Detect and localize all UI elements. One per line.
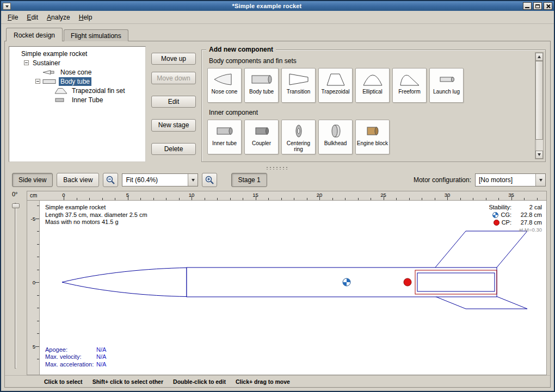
zoom-in-button[interactable] <box>202 173 217 187</box>
fin-lower-shape[interactable] <box>435 296 527 309</box>
tree-item-nose-cone[interactable]: Nose cone <box>10 67 144 77</box>
window-menu-icon[interactable] <box>3 3 11 10</box>
maximize-button[interactable] <box>533 2 542 10</box>
flight-results: Apogee:N/AMax. velocity:N/AMax. accelera… <box>45 346 106 369</box>
flight-result-row: Max. velocity:N/A <box>45 353 106 361</box>
status-hint: Double-click to edit <box>173 378 226 385</box>
bulkhead-icon <box>324 123 348 139</box>
tree-item-inner-tube[interactable]: Inner Tube <box>10 95 144 104</box>
add-nose-cone-button[interactable]: Nose cone <box>207 68 242 103</box>
minimize-button[interactable] <box>523 2 532 10</box>
ruler-tick <box>37 333 39 334</box>
ruler-tick <box>35 346 39 347</box>
ruler-tick <box>307 198 307 200</box>
add-engine-block-button[interactable]: Engine block <box>355 120 390 154</box>
tree-item-label: Body tube <box>59 77 91 86</box>
cg-label: CG: <box>501 211 511 219</box>
nosecone-icon <box>213 71 237 88</box>
coupler-icon <box>250 123 274 139</box>
fin-upper-shape[interactable] <box>435 231 527 268</box>
component-label: Inner tube <box>212 140 237 146</box>
component-scrollbar[interactable] <box>535 52 544 159</box>
chevron-down-icon[interactable] <box>535 174 545 186</box>
scrollbar-thumb[interactable] <box>535 61 543 140</box>
motor-config-select[interactable]: [No motors] <box>475 173 546 186</box>
tree-item-trapezoidal-fin-set[interactable]: Trapezoidal fin set <box>10 86 144 95</box>
cp-label: CP: <box>502 219 511 226</box>
ruler-tick <box>35 219 39 219</box>
split-pane-handle[interactable] <box>5 164 550 171</box>
add-trapezoidal-button[interactable]: Trapezoidal <box>318 68 353 103</box>
component-label: Bulkhead <box>324 140 347 146</box>
close-button[interactable] <box>544 2 552 10</box>
ruler-tick <box>332 198 333 200</box>
title-bar[interactable]: *Simple example rocket <box>1 1 554 11</box>
tree-collapse-icon[interactable] <box>24 60 29 65</box>
edit-button[interactable]: Edit <box>151 96 196 108</box>
tab-rocket-design[interactable]: Rocket design <box>6 28 63 41</box>
move-up-button[interactable]: Move up <box>151 53 196 65</box>
launchlug-icon <box>435 71 459 88</box>
scroll-up-icon[interactable] <box>535 53 543 61</box>
ruler-label: 0 <box>62 192 65 198</box>
body-tube-shape[interactable] <box>187 267 497 297</box>
cg-marker[interactable] <box>343 278 350 286</box>
add-freeform-button[interactable]: Freeform <box>392 68 427 103</box>
component-label: Engine block <box>357 140 388 146</box>
add-centering-ring-button[interactable]: Centering ring <box>281 120 316 154</box>
zoom-out-button[interactable] <box>103 173 118 187</box>
add-elliptical-button[interactable]: Elliptical <box>355 68 390 103</box>
menu-edit[interactable]: Edit <box>22 12 42 23</box>
tree-item-body-tube[interactable]: Body tube <box>10 77 144 86</box>
rotation-angle: 0° <box>5 191 27 200</box>
ruler-tick <box>524 198 525 200</box>
new-stage-button[interactable]: New stage <box>151 119 196 131</box>
engineblock-icon <box>361 123 385 139</box>
nose-cone-shape[interactable] <box>62 268 187 297</box>
ruler-tick <box>396 198 397 200</box>
splitter-grip-icon <box>266 166 289 170</box>
cp-marker[interactable] <box>404 278 411 286</box>
scrollbar-track[interactable] <box>535 61 543 151</box>
scroll-down-icon[interactable] <box>535 151 543 159</box>
rocket-canvas[interactable]: Simple example rocket Length 37.5 cm, ma… <box>40 201 546 375</box>
rotation-slider-handle[interactable] <box>12 203 20 208</box>
flight-result-row: Apogee:N/A <box>45 346 106 354</box>
ruler-tick <box>37 270 39 270</box>
ruler-tick <box>77 198 77 200</box>
add-body-tube-button[interactable]: Body tube <box>244 68 279 103</box>
back-view-button[interactable]: Back view <box>57 173 99 187</box>
ruler-tick <box>230 198 231 200</box>
add-coupler-button[interactable]: Coupler <box>244 120 279 154</box>
side-view-button[interactable]: Side view <box>12 173 53 187</box>
add-inner-tube-button[interactable]: Inner tube <box>207 120 242 154</box>
mach-note: at M=0.30 <box>489 227 542 233</box>
tree-item-simple-example-rocket[interactable]: Simple example rocket <box>10 49 144 58</box>
component-label: Centering ring <box>282 140 315 152</box>
zoom-select[interactable]: Fit (60.4%) <box>122 173 198 186</box>
ruler-label: 5 <box>33 343 35 349</box>
add-bulkhead-button[interactable]: Bulkhead <box>318 120 353 154</box>
tree-item-sustainer[interactable]: Sustainer <box>10 58 144 67</box>
add-transition-button[interactable]: Transition <box>281 68 316 103</box>
delete-button[interactable]: Delete <box>151 143 196 155</box>
rotation-slider[interactable] <box>5 203 27 369</box>
menu-file[interactable]: File <box>3 12 22 23</box>
add-launch-lug-button[interactable]: Launch lug <box>429 68 464 103</box>
horizontal-ruler: cm 05101520253035 <box>27 191 546 201</box>
menu-analyze[interactable]: Analyze <box>42 12 75 23</box>
rotation-slider-track[interactable] <box>15 203 16 369</box>
ruler-tick <box>345 198 346 200</box>
tab-flight-simulations[interactable]: Flight simulations <box>64 29 128 41</box>
menu-help[interactable]: Help <box>75 12 97 23</box>
status-bar: Click to selectShift+ click to select ot… <box>5 375 550 387</box>
chevron-down-icon[interactable] <box>188 174 198 186</box>
zoom-value: Fit (60.4%) <box>122 174 188 186</box>
ruler-label: 0 <box>33 279 35 285</box>
stage-1-button[interactable]: Stage 1 <box>231 173 267 187</box>
tree-collapse-icon[interactable] <box>35 79 40 84</box>
window-content: Rocket designFlight simulations Simple e… <box>1 24 554 391</box>
transition-icon <box>287 71 311 88</box>
section-label-body-components-and-fin-sets: Body components and fin sets <box>209 57 532 65</box>
ruler-tick <box>281 198 282 200</box>
